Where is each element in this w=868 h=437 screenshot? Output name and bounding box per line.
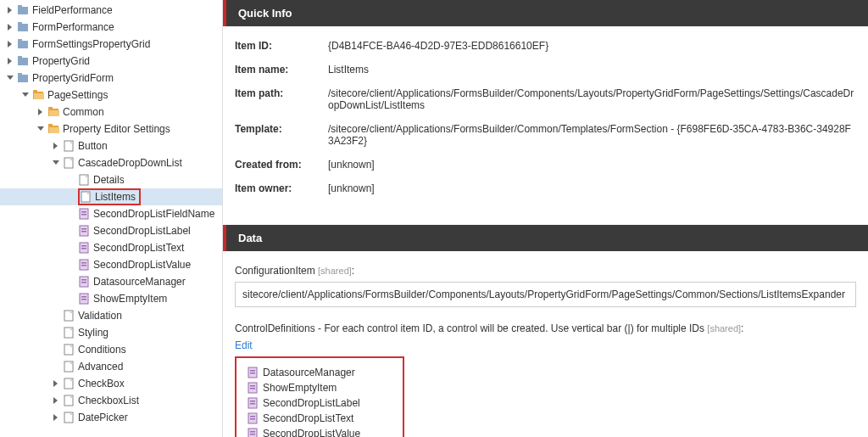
tree-node-label: CheckboxList [78,395,139,406]
tree-node-label: FormPerformance [32,21,114,33]
tree-node[interactable]: PropertyGrid [0,53,222,70]
tree-node[interactable]: CheckboxList [0,392,222,409]
expand-arrow-icon[interactable] [51,378,61,389]
control-item[interactable]: ShowEmptyItem [247,382,392,394]
shared-tag: [shared] [318,266,352,276]
tree-node[interactable]: Details [0,171,222,188]
form-icon [247,412,259,424]
expand-arrow-icon[interactable] [51,412,61,423]
tree-node-label: SecondDropListText [93,242,184,254]
tree-node[interactable]: CascadeDropDownList [0,154,222,171]
expand-arrow-icon[interactable] [51,141,61,151]
expand-arrow-icon[interactable] [66,175,76,185]
expand-arrow-icon[interactable] [20,90,31,100]
tree-node-label: Common [63,106,104,118]
expand-arrow-icon[interactable] [51,311,61,321]
doc-icon [63,327,75,339]
info-label: Item owner: [235,182,328,194]
tree-node[interactable]: Advanced [0,358,222,375]
tree-node[interactable]: Validation [0,307,222,324]
form-icon [247,397,259,409]
info-row: Item name:ListItems [235,64,856,76]
tree-node-label: Details [93,174,125,186]
tree-node[interactable]: Styling [0,324,222,341]
tree-node[interactable]: Common [0,104,222,120]
tree-node[interactable]: ShowEmptyItem [0,290,222,307]
tree-node-label: SecondDropListValue [93,259,191,271]
info-value: ListItems [328,64,856,76]
tree-node[interactable]: FormPerformance [0,19,222,36]
expand-arrow-icon[interactable] [66,209,76,219]
expand-arrow-icon[interactable] [51,361,61,372]
data-body: ConfigurationItem [shared]: ControlDefin… [223,251,868,437]
info-label: Created from: [235,159,328,171]
info-row: Item path:/sitecore/client/Applications/… [235,87,856,111]
form-icon [247,382,259,394]
tree-node-label: DatePicker [78,412,128,423]
tree-node-label: Advanced [78,361,123,373]
expand-arrow-icon[interactable] [36,107,46,117]
quick-info-header[interactable]: Quick Info [223,0,868,26]
folder-blue-icon [17,72,29,84]
tree-node-label: Property Editor Settings [63,123,170,135]
expand-arrow-icon[interactable] [51,345,61,355]
form-icon [247,428,259,437]
tree-node[interactable]: PageSettings [0,87,222,104]
tree-node-label: PageSettings [47,89,108,101]
tree-node[interactable]: PropertyGridForm [0,70,222,87]
tree-node[interactable]: SecondDropListLabel [0,222,222,239]
control-item[interactable]: SecondDropListValue [247,428,392,437]
data-header[interactable]: Data [223,225,868,251]
folder-open-icon [32,89,44,101]
tree-node[interactable]: SecondDropListText [0,239,222,256]
info-value: [unknown] [328,159,856,171]
expand-arrow-icon[interactable] [5,56,15,66]
tree-node[interactable]: FieldPerformance [0,2,222,19]
edit-link[interactable]: Edit [235,339,253,351]
tree-node[interactable]: Property Editor Settings [0,120,222,137]
doc-icon [78,174,90,186]
tree-sidebar[interactable]: FieldPerformanceFormPerformanceFormSetti… [0,0,223,437]
tree-node[interactable]: DatasourceManager [0,273,222,290]
app-root: FieldPerformanceFormPerformanceFormSetti… [0,0,868,437]
config-item-label: ConfigurationItem [shared]: [235,265,856,277]
expand-arrow-icon[interactable] [66,294,76,304]
expand-arrow-icon[interactable] [66,260,76,270]
expand-arrow-icon[interactable] [5,22,15,32]
info-label: Template: [235,123,328,147]
expand-arrow-icon[interactable] [66,243,76,253]
doc-icon [63,140,75,152]
expand-arrow-icon[interactable] [5,5,15,15]
tree-node[interactable]: FormSettingsPropertyGrid [0,36,222,53]
info-value: [unknown] [328,182,856,194]
expand-arrow-icon[interactable] [66,192,76,202]
main-content: Quick Info Item ID:{D4B14FCE-BA46-4D2D-9… [223,0,868,437]
control-item[interactable]: SecondDropListText [247,412,392,424]
tree-node[interactable]: SecondDropListFieldName [0,205,222,222]
tree-node[interactable]: SecondDropListValue [0,256,222,273]
control-item-label: SecondDropListValue [263,428,360,437]
doc-icon [63,361,75,373]
info-row: Item ID:{D4B14FCE-BA46-4D2D-97E3-EDD8616… [235,40,856,52]
info-value: /sitecore/client/Applications/FormsBuild… [328,123,856,147]
tree-node[interactable]: Button [0,137,222,154]
expand-arrow-icon[interactable] [66,277,76,287]
expand-arrow-icon[interactable] [66,226,76,236]
tree-node[interactable]: ListItems [0,188,222,205]
expand-arrow-icon[interactable] [51,395,61,406]
tree-node-label: SecondDropListLabel [93,225,191,237]
tree-node[interactable]: CheckBox [0,375,222,392]
control-item[interactable]: SecondDropListLabel [247,397,392,409]
expand-arrow-icon[interactable] [5,39,15,49]
tree-node[interactable]: DatePicker [0,409,222,426]
expand-arrow-icon[interactable] [51,328,61,338]
expand-arrow-icon[interactable] [51,158,61,168]
config-item-input[interactable] [235,282,856,307]
expand-arrow-icon[interactable] [36,124,46,134]
tree-node-label: Conditions [78,344,126,356]
control-item[interactable]: DatasourceManager [247,367,392,378]
tree-node-label: ListItems [95,191,136,203]
tree-node[interactable]: Conditions [0,341,222,358]
info-row: Item owner:[unknown] [235,182,856,194]
expand-arrow-icon[interactable] [5,73,15,83]
